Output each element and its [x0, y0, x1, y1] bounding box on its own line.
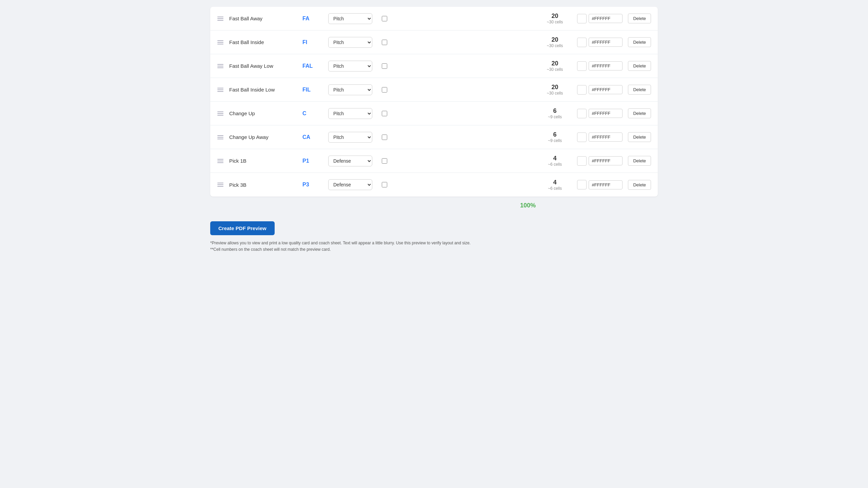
color-col: [577, 180, 623, 189]
pitch-name: Fast Ball Away: [229, 16, 297, 21]
pitch-checkbox[interactable]: [382, 87, 387, 93]
page-wrapper: Fast Ball Away FA PitchDefenseRunnerBatt…: [197, 0, 671, 270]
pitch-checkbox[interactable]: [382, 135, 387, 140]
drag-handle[interactable]: [217, 64, 224, 68]
pitch-abbrev: FIL: [302, 87, 323, 93]
delete-button[interactable]: Delete: [628, 180, 651, 190]
pitch-abbrev: P1: [302, 158, 323, 164]
pitch-checkbox[interactable]: [382, 182, 387, 187]
cell-count-col: 20 ~30 cells: [538, 36, 572, 48]
pitch-checkbox[interactable]: [382, 158, 387, 164]
color-col: [577, 14, 623, 23]
color-hex-input[interactable]: [589, 14, 623, 23]
pitch-abbrev: FA: [302, 16, 323, 22]
create-pdf-button[interactable]: Create PDF Preview: [210, 221, 275, 235]
cell-count-number: 4: [538, 155, 572, 162]
pitch-type-select[interactable]: PitchDefenseRunnerBatter: [328, 108, 372, 119]
color-swatch[interactable]: [577, 14, 587, 23]
pitch-checkbox[interactable]: [382, 111, 387, 116]
checkbox-col: [378, 87, 391, 93]
cell-count-col: 6 ~9 cells: [538, 131, 572, 143]
delete-button[interactable]: Delete: [628, 61, 651, 71]
cell-count-number: 6: [538, 131, 572, 138]
color-swatch[interactable]: [577, 133, 587, 142]
pitch-type-select[interactable]: PitchDefenseRunnerBatter: [328, 179, 372, 190]
table-row: Fast Ball Inside Low FIL PitchDefenseRun…: [210, 78, 658, 102]
drag-handle[interactable]: [217, 159, 224, 163]
drag-handle[interactable]: [217, 88, 224, 92]
color-col: [577, 61, 623, 71]
cell-count-label: ~30 cells: [538, 20, 572, 24]
delete-button[interactable]: Delete: [628, 85, 651, 95]
cell-count-label: ~6 cells: [538, 162, 572, 167]
pitch-name: Fast Ball Away Low: [229, 63, 297, 69]
color-hex-input[interactable]: [589, 156, 623, 165]
color-swatch[interactable]: [577, 156, 587, 166]
pitch-checkbox[interactable]: [382, 40, 387, 45]
cell-count-label: ~30 cells: [538, 43, 572, 48]
footnote-2: **Cell numbers on the coach sheet will n…: [210, 246, 658, 253]
pitch-checkbox[interactable]: [382, 63, 387, 69]
table-row: Change Up Away CA PitchDefenseRunnerBatt…: [210, 125, 658, 149]
cell-count-number: 20: [538, 60, 572, 67]
delete-button[interactable]: Delete: [628, 132, 651, 142]
delete-button[interactable]: Delete: [628, 14, 651, 23]
delete-button[interactable]: Delete: [628, 156, 651, 166]
cell-count-label: ~30 cells: [538, 67, 572, 72]
pitch-abbrev: FI: [302, 39, 323, 45]
cell-count-col: 20 ~30 cells: [538, 13, 572, 24]
cell-count-label: ~9 cells: [538, 138, 572, 143]
checkbox-col: [378, 135, 391, 140]
pitch-name: Fast Ball Inside: [229, 39, 297, 45]
color-swatch[interactable]: [577, 61, 587, 71]
pitch-name: Pick 1B: [229, 158, 297, 164]
cell-count-number: 20: [538, 84, 572, 91]
checkbox-col: [378, 40, 391, 45]
table-row: Pick 1B P1 PitchDefenseRunnerBatter 4 ~6…: [210, 149, 658, 173]
pitch-name: Change Up: [229, 110, 297, 116]
total-row: 100%: [210, 197, 658, 215]
pitch-type-select[interactable]: PitchDefenseRunnerBatter: [328, 13, 372, 24]
pitch-checkbox[interactable]: [382, 16, 387, 21]
color-swatch[interactable]: [577, 85, 587, 95]
table-row: Pick 3B P3 PitchDefenseRunnerBatter 4 ~6…: [210, 173, 658, 197]
pitch-type-select[interactable]: PitchDefenseRunnerBatter: [328, 156, 372, 166]
table-row: Fast Ball Away Low FAL PitchDefenseRunne…: [210, 54, 658, 78]
pitch-abbrev: C: [302, 110, 323, 117]
pitch-type-select[interactable]: PitchDefenseRunnerBatter: [328, 37, 372, 48]
drag-handle[interactable]: [217, 17, 224, 21]
pitch-type-select[interactable]: PitchDefenseRunnerBatter: [328, 132, 372, 143]
table-row: Fast Ball Inside FI PitchDefenseRunnerBa…: [210, 30, 658, 54]
checkbox-col: [378, 182, 391, 187]
color-hex-input[interactable]: [589, 61, 623, 70]
color-col: [577, 85, 623, 95]
pitch-type-select[interactable]: PitchDefenseRunnerBatter: [328, 84, 372, 95]
color-hex-input[interactable]: [589, 180, 623, 189]
delete-button[interactable]: Delete: [628, 37, 651, 47]
checkbox-col: [378, 63, 391, 69]
color-swatch[interactable]: [577, 109, 587, 118]
color-swatch[interactable]: [577, 180, 587, 189]
color-col: [577, 109, 623, 118]
pitch-name: Change Up Away: [229, 134, 297, 140]
drag-handle[interactable]: [217, 111, 224, 116]
checkbox-col: [378, 16, 391, 21]
cell-count-number: 20: [538, 13, 572, 20]
color-hex-input[interactable]: [589, 133, 623, 142]
color-swatch[interactable]: [577, 38, 587, 47]
delete-button[interactable]: Delete: [628, 108, 651, 118]
table-row: Fast Ball Away FA PitchDefenseRunnerBatt…: [210, 7, 658, 30]
cell-count-label: ~6 cells: [538, 186, 572, 191]
checkbox-col: [378, 158, 391, 164]
total-percentage: 100%: [520, 202, 536, 209]
pitch-type-select[interactable]: PitchDefenseRunnerBatter: [328, 61, 372, 72]
pitch-table: Fast Ball Away FA PitchDefenseRunnerBatt…: [210, 7, 658, 197]
pitch-name: Fast Ball Inside Low: [229, 87, 297, 93]
color-hex-input[interactable]: [589, 85, 623, 94]
color-col: [577, 156, 623, 166]
drag-handle[interactable]: [217, 183, 224, 187]
drag-handle[interactable]: [217, 40, 224, 44]
color-hex-input[interactable]: [589, 38, 623, 47]
color-hex-input[interactable]: [589, 109, 623, 118]
drag-handle[interactable]: [217, 135, 224, 139]
